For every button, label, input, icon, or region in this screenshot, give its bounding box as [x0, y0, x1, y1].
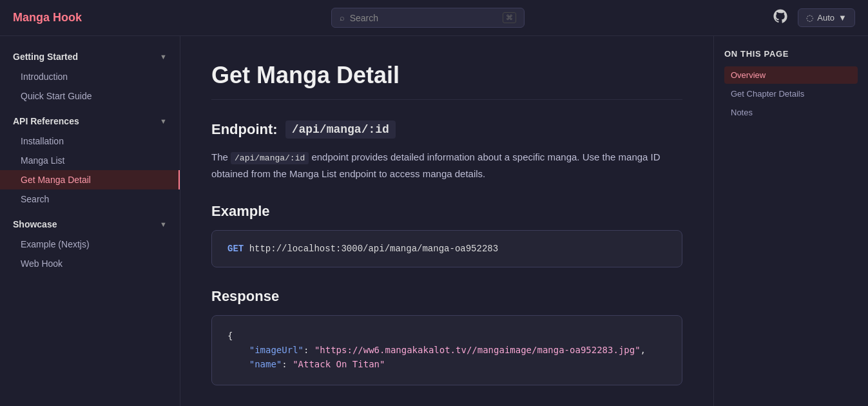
sidebar-item[interactable]: Installation: [0, 131, 180, 151]
toc-item[interactable]: Overview: [724, 66, 858, 84]
response-pre: { "imageUrl": "https://ww6.mangakakalot.…: [227, 329, 666, 372]
chevron-down-icon: ▼: [160, 220, 167, 228]
description-paragraph: The /api/manga/:id endpoint provides det…: [211, 149, 682, 182]
sidebar-section-label: Getting Started: [13, 52, 78, 62]
sidebar-section: Showcase▼Example (Nextjs)Web Hook: [0, 214, 180, 273]
sidebar-section-label: API References: [13, 116, 79, 126]
search-icon: ⌕: [340, 13, 345, 23]
theme-toggle-button[interactable]: ◌ Auto ▼: [798, 8, 855, 27]
search-kbd: ⌘: [503, 12, 516, 23]
topbar-center: ⌕ Search ⌘: [331, 8, 525, 28]
desc-inline-code: /api/manga/:id: [231, 152, 309, 164]
response-code-block: { "imageUrl": "https://ww6.mangakakalot.…: [211, 315, 682, 385]
http-url: http://localhost:3000/api/manga/manga-oa…: [249, 244, 498, 254]
desc-text-1: The: [211, 151, 228, 162]
sidebar-section-header[interactable]: Showcase▼: [0, 214, 180, 235]
toc-title: On this page: [724, 49, 858, 59]
toc-item[interactable]: Notes: [724, 104, 858, 121]
http-method: GET: [227, 244, 244, 254]
theme-chevron-icon: ▼: [838, 13, 847, 23]
toc-item[interactable]: Get Chapter Details: [724, 85, 858, 102]
sidebar-section-header[interactable]: Getting Started▼: [0, 46, 180, 67]
sidebar: Getting Started▼IntroductionQuick Start …: [0, 36, 180, 406]
sidebar-item[interactable]: Manga List: [0, 151, 180, 170]
sidebar-section-label: Showcase: [13, 219, 57, 229]
theme-icon: ◌: [806, 13, 813, 23]
github-icon[interactable]: [773, 9, 787, 26]
endpoint-label: Endpoint:: [211, 121, 278, 138]
search-input-label: Search: [350, 13, 497, 23]
page-title: Get Manga Detail: [211, 62, 682, 100]
example-title: Example: [211, 203, 682, 220]
sidebar-item[interactable]: Search: [0, 189, 180, 209]
right-panel: On this page OverviewGet Chapter Details…: [713, 36, 868, 406]
content: Get Manga Detail Endpoint: /api/manga/:i…: [180, 36, 713, 406]
main-layout: Getting Started▼IntroductionQuick Start …: [0, 36, 868, 406]
sidebar-item[interactable]: Get Manga Detail: [0, 170, 180, 189]
endpoint-code: /api/manga/:id: [285, 121, 396, 139]
response-title: Response: [211, 288, 682, 305]
endpoint-line: Endpoint: /api/manga/:id: [211, 121, 682, 139]
theme-label: Auto: [817, 13, 834, 23]
example-code-block: GET http://localhost:3000/api/manga/mang…: [211, 230, 682, 267]
topbar-right: ◌ Auto ▼: [773, 8, 855, 27]
sidebar-section-header[interactable]: API References▼: [0, 111, 180, 131]
sidebar-item[interactable]: Introduction: [0, 67, 180, 86]
sidebar-item[interactable]: Example (Nextjs): [0, 235, 180, 254]
logo[interactable]: Manga Hook: [13, 11, 82, 24]
sidebar-section: Getting Started▼IntroductionQuick Start …: [0, 46, 180, 106]
sidebar-section: API References▼InstallationManga ListGet…: [0, 111, 180, 209]
chevron-down-icon: ▼: [160, 53, 167, 61]
search-bar[interactable]: ⌕ Search ⌘: [331, 8, 525, 28]
sidebar-item[interactable]: Quick Start Guide: [0, 86, 180, 106]
chevron-down-icon: ▼: [160, 117, 167, 125]
sidebar-item[interactable]: Web Hook: [0, 254, 180, 273]
topbar: Manga Hook ⌕ Search ⌘ ◌ Auto ▼: [0, 0, 868, 36]
